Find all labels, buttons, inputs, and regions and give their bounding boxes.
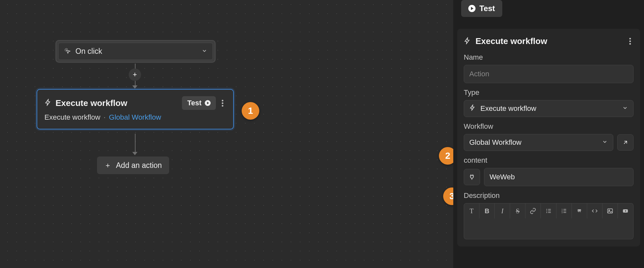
strikethrough-button[interactable]: S — [510, 203, 525, 218]
open-workflow-button[interactable] — [617, 134, 634, 151]
trigger-node[interactable]: On click — [56, 40, 216, 63]
workflow-canvas[interactable]: On click + Execute workflow Test — [0, 0, 453, 268]
panel-menu-button[interactable] — [627, 36, 634, 47]
panel-title: Execute workflow — [475, 36, 547, 46]
callout-1: 1 — [242, 102, 259, 120]
bullet-list-icon — [545, 208, 552, 214]
action-subtitle: Execute workflow · Global Workflow — [44, 113, 226, 122]
chevron-down-icon — [622, 105, 628, 112]
action-node-execute-workflow[interactable]: Execute workflow Test Execute workflow ·… — [37, 89, 234, 129]
image-icon — [607, 208, 613, 214]
svg-point-0 — [546, 209, 547, 210]
image-button[interactable] — [603, 203, 618, 218]
play-icon — [205, 100, 211, 106]
plus-icon: ＋ — [104, 160, 111, 170]
chevron-down-icon — [201, 48, 207, 55]
svg-point-4 — [546, 212, 547, 213]
test-workflow-button[interactable]: Test — [461, 0, 502, 17]
format-normal-text-button[interactable]: T — [464, 203, 479, 218]
trigger-label: On click — [75, 47, 102, 56]
name-input[interactable] — [464, 65, 634, 83]
quote-button[interactable] — [572, 203, 587, 218]
arrow-down-icon — [132, 85, 137, 89]
bind-content-button[interactable] — [464, 169, 480, 185]
workflow-select[interactable]: Global Workflow — [464, 134, 613, 151]
bolt-icon — [464, 37, 471, 46]
italic-button[interactable]: I — [495, 203, 510, 218]
link-icon — [530, 208, 536, 214]
svg-text:3: 3 — [561, 212, 562, 214]
arrow-up-right-icon — [622, 139, 629, 146]
type-select[interactable]: Execute workflow — [464, 100, 634, 117]
numbered-list-button[interactable]: 123 — [556, 203, 572, 218]
add-action-button[interactable]: ＋ Add an action — [97, 156, 169, 174]
plug-icon — [468, 173, 475, 181]
description-editor[interactable] — [464, 218, 634, 239]
content-input[interactable] — [484, 168, 634, 186]
bolt-icon — [44, 99, 52, 107]
properties-panel: Test Execute workflow Name Type Execute — [453, 0, 644, 268]
trigger-select[interactable]: On click — [58, 43, 213, 60]
add-step-button[interactable]: + — [129, 68, 141, 81]
rich-text-toolbar: T B I S 123 — [464, 203, 634, 218]
description-label: Description — [464, 191, 634, 200]
content-label: content — [464, 156, 634, 165]
code-icon — [591, 208, 598, 214]
svg-point-2 — [546, 211, 547, 212]
code-button[interactable] — [587, 203, 603, 218]
test-action-button[interactable]: Test — [182, 96, 216, 110]
connector-line — [135, 134, 136, 153]
video-button[interactable] — [618, 203, 633, 218]
arrow-down-icon — [132, 152, 137, 155]
link-button[interactable] — [525, 203, 541, 218]
quote-icon — [576, 208, 583, 214]
action-title: Execute workflow — [56, 98, 127, 108]
type-label: Type — [464, 88, 634, 97]
global-workflow-link[interactable]: Global Workflow — [109, 113, 161, 121]
cursor-click-icon — [64, 47, 71, 56]
play-icon — [468, 5, 475, 12]
action-menu-button[interactable] — [219, 98, 226, 109]
video-icon — [622, 208, 629, 214]
add-action-label: Add an action — [116, 161, 162, 170]
bold-button[interactable]: B — [479, 203, 495, 218]
bullet-list-button[interactable] — [541, 203, 556, 218]
numbered-list-icon: 123 — [561, 208, 567, 214]
svg-rect-12 — [607, 209, 612, 213]
action-properties-card: Execute workflow Name Type Execute workf… — [457, 29, 640, 246]
test-label: Test — [187, 99, 201, 107]
workflow-label: Workflow — [464, 122, 634, 131]
name-label: Name — [464, 53, 634, 62]
bolt-icon — [469, 104, 476, 113]
chevron-down-icon — [602, 139, 608, 146]
